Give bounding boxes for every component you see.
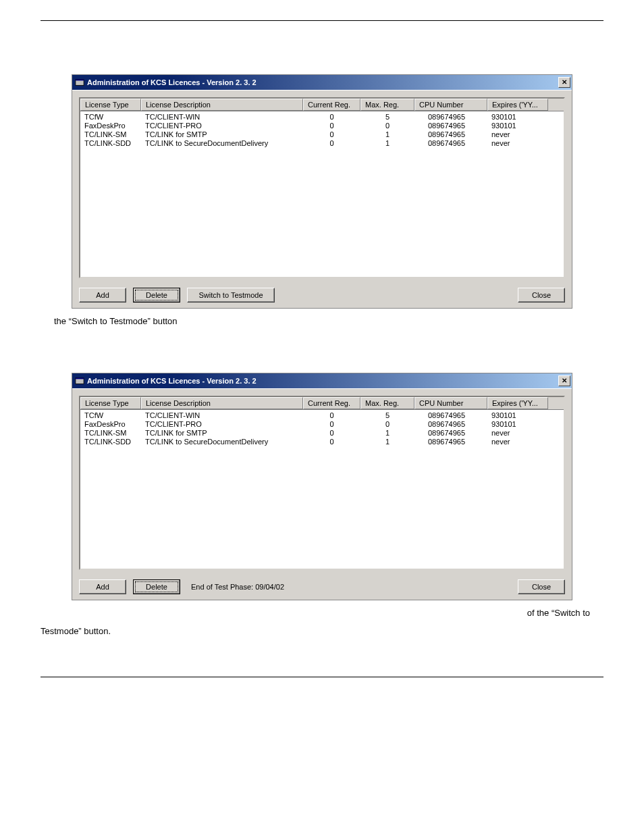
cell-cpu: 089674965 (414, 420, 487, 429)
col-header-cpu[interactable]: CPU Number (414, 397, 487, 409)
cell-current: 0 (303, 113, 360, 122)
window-client-area: License Type License Description Current… (72, 90, 572, 308)
delete-button[interactable]: Delete (133, 288, 180, 303)
kcs-licence-window-2: Administration of KCS Licences - Version… (72, 373, 572, 600)
cell-current: 0 (303, 438, 360, 446)
doc-caption-1: the “Switch to Testmode” button (54, 316, 603, 326)
col-header-max[interactable]: Max. Reg. (360, 99, 414, 111)
cell-type: TC/LINK-SM (80, 130, 141, 139)
cell-desc: TC/CLIENT-WIN (141, 113, 303, 122)
cell-type: TC/LINK-SDD (80, 139, 141, 148)
button-row: Add Delete Switch to Testmode Close (79, 288, 565, 303)
delete-button[interactable]: Delete (133, 579, 180, 594)
cell-cpu: 089674965 (414, 139, 487, 148)
close-icon[interactable]: ✕ (558, 375, 570, 386)
col-header-desc[interactable]: License Description (141, 99, 303, 111)
cell-max: 0 (360, 122, 414, 130)
doc-caption-2b: Testmode” button. (41, 626, 603, 636)
cell-current: 0 (303, 429, 360, 438)
col-header-expires[interactable]: Expires ('YY... (487, 99, 548, 111)
table-row[interactable]: FaxDeskPro TC/CLIENT-PRO 0 0 089674965 9… (80, 420, 564, 429)
cell-type: TCfW (80, 113, 141, 122)
table-row[interactable]: TCfW TC/CLIENT-WIN 0 5 089674965 930101 (80, 113, 564, 122)
window-title: Administration of KCS Licences - Version… (87, 78, 558, 86)
cell-current: 0 (303, 139, 360, 148)
cell-max: 1 (360, 438, 414, 446)
window-client-area: License Type License Description Current… (72, 388, 572, 600)
doc-caption-2a: of the “Switch to (41, 608, 603, 618)
add-button[interactable]: Add (79, 579, 126, 594)
cell-max: 0 (360, 420, 414, 429)
cell-current: 0 (303, 122, 360, 130)
app-icon (75, 78, 84, 87)
cell-max: 1 (360, 139, 414, 148)
titlebar: Administration of KCS Licences - Version… (72, 373, 572, 388)
cell-desc: TC/CLIENT-PRO (141, 122, 303, 130)
cell-cpu: 089674965 (414, 130, 487, 139)
test-phase-label: End of Test Phase: 09/04/02 (187, 583, 288, 591)
licence-listview[interactable]: License Type License Description Current… (79, 396, 565, 570)
cell-expires: 930101 (487, 113, 548, 122)
page-rule-bottom (41, 677, 603, 677)
cell-expires: never (487, 438, 548, 446)
table-row[interactable]: TC/LINK-SDD TC/LINK to SecureDocumentDel… (80, 438, 564, 446)
cell-expires: never (487, 139, 548, 148)
table-row[interactable]: FaxDeskPro TC/CLIENT-PRO 0 0 089674965 9… (80, 122, 564, 130)
col-header-desc[interactable]: License Description (141, 397, 303, 409)
cell-current: 0 (303, 130, 360, 139)
switch-testmode-button[interactable]: Switch to Testmode (187, 288, 275, 303)
cell-type: TC/LINK-SM (80, 429, 141, 438)
listview-body: TCfW TC/CLIENT-WIN 0 5 089674965 930101 … (80, 410, 564, 446)
close-button[interactable]: Close (518, 288, 565, 303)
listview-header: License Type License Description Current… (80, 99, 564, 111)
cell-expires: never (487, 429, 548, 438)
table-row[interactable]: TC/LINK-SM TC/LINK for SMTP 0 1 08967496… (80, 429, 564, 438)
cell-type: FaxDeskPro (80, 122, 141, 130)
cell-desc: TC/CLIENT-PRO (141, 420, 303, 429)
cell-cpu: 089674965 (414, 429, 487, 438)
cell-desc: TC/LINK to SecureDocumentDelivery (141, 139, 303, 148)
col-header-current[interactable]: Current Reg. (303, 397, 360, 409)
listview-body: TCfW TC/CLIENT-WIN 0 5 089674965 930101 … (80, 111, 564, 148)
col-header-expires[interactable]: Expires ('YY... (487, 397, 548, 409)
col-header-max[interactable]: Max. Reg. (360, 397, 414, 409)
cell-expires: 930101 (487, 411, 548, 420)
cell-cpu: 089674965 (414, 113, 487, 122)
close-button[interactable]: Close (518, 579, 565, 594)
app-icon (75, 376, 84, 386)
cell-desc: TC/LINK for SMTP (141, 130, 303, 139)
cell-desc: TC/LINK to SecureDocumentDelivery (141, 438, 303, 446)
window-title: Administration of KCS Licences - Version… (87, 377, 558, 385)
table-row[interactable]: TC/LINK-SM TC/LINK for SMTP 0 1 08967496… (80, 130, 564, 139)
add-button[interactable]: Add (79, 288, 126, 303)
cell-cpu: 089674965 (414, 438, 487, 446)
licence-listview[interactable]: License Type License Description Current… (79, 97, 565, 278)
cell-cpu: 089674965 (414, 122, 487, 130)
col-header-current[interactable]: Current Reg. (303, 99, 360, 111)
page-rule-top (41, 20, 603, 21)
cell-max: 5 (360, 411, 414, 420)
table-row[interactable]: TCfW TC/CLIENT-WIN 0 5 089674965 930101 (80, 411, 564, 420)
col-header-cpu[interactable]: CPU Number (414, 99, 487, 111)
cell-expires: never (487, 130, 548, 139)
cell-type: FaxDeskPro (80, 420, 141, 429)
cell-max: 1 (360, 429, 414, 438)
cell-cpu: 089674965 (414, 411, 487, 420)
cell-expires: 930101 (487, 420, 548, 429)
titlebar: Administration of KCS Licences - Version… (72, 75, 572, 90)
cell-expires: 930101 (487, 122, 548, 130)
cell-current: 0 (303, 420, 360, 429)
cell-max: 5 (360, 113, 414, 122)
cell-desc: TC/CLIENT-WIN (141, 411, 303, 420)
col-header-type[interactable]: License Type (80, 397, 141, 409)
cell-type: TCfW (80, 411, 141, 420)
svg-rect-1 (76, 80, 84, 81)
close-icon[interactable]: ✕ (558, 77, 570, 88)
col-header-type[interactable]: License Type (80, 99, 141, 111)
kcs-licence-window-1: Administration of KCS Licences - Version… (72, 75, 572, 308)
listview-header: License Type License Description Current… (80, 397, 564, 410)
cell-max: 1 (360, 130, 414, 139)
cell-desc: TC/LINK for SMTP (141, 429, 303, 438)
svg-rect-3 (76, 378, 84, 380)
table-row[interactable]: TC/LINK-SDD TC/LINK to SecureDocumentDel… (80, 139, 564, 148)
